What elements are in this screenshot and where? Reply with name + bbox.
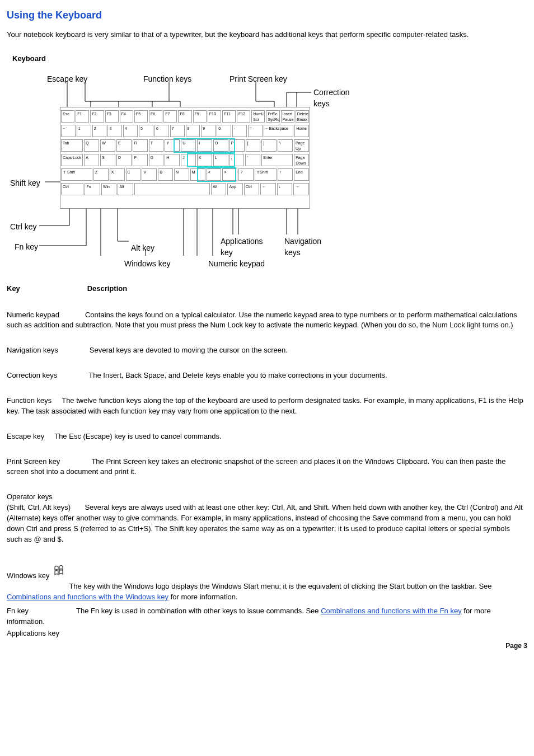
keycap: 0 (217, 125, 231, 137)
callout-numeric: Numeric keypad (208, 258, 265, 269)
keycap: - (232, 125, 247, 137)
desc-function: The twelve function keys along the top o… (7, 396, 523, 415)
keycap: ] (261, 139, 277, 152)
keycap: F7 (163, 110, 177, 123)
row-applications: Applications key (7, 628, 527, 639)
keycap: PrtSc SysRq (266, 110, 279, 123)
callout-shift: Shift key (10, 177, 40, 189)
keycap: Esc (61, 110, 74, 123)
keycap: F6 (149, 110, 162, 123)
keycap: T (149, 139, 164, 152)
term-operator-sub: (Shift, Ctrl, Alt keys) (7, 503, 71, 511)
term-printscreen: Print Screen key (7, 457, 60, 466)
row-function: Function keysThe twelve function keys al… (7, 396, 527, 417)
callout-alt: Alt key (131, 242, 154, 253)
keycap: 7 (170, 125, 185, 137)
keycap: ← (260, 183, 276, 195)
keycap: F5 (134, 110, 148, 123)
keycap: C (126, 168, 141, 181)
keycap: F9 (193, 110, 207, 123)
callout-correction: Correction keys (313, 87, 350, 110)
keycap: Fn (85, 183, 100, 195)
page-title: Using the Keyboard (7, 8, 527, 22)
keycap: 8 (186, 125, 200, 137)
keycap: X (110, 168, 125, 181)
term-escape: Escape key (7, 432, 44, 440)
keycap: 1 (77, 125, 91, 137)
keycap: F8 (178, 110, 191, 123)
callout-windows: Windows key (124, 258, 170, 269)
desc-escape: The Esc (Escape) key is used to cancel c… (54, 432, 221, 440)
keycap: F10 (208, 110, 221, 123)
keycap: 5 (139, 125, 153, 137)
keycap: F1 (76, 110, 89, 123)
term-fn: Fn key (7, 607, 29, 615)
keycap: W (100, 139, 115, 152)
link-fn-combos[interactable]: Combinations and functions with the Fn k… (321, 607, 461, 615)
row-operator: Operator keys (Shift, Ctrl, Alt keys) Se… (7, 492, 527, 544)
row-windows: Windows key The key with the Windows log… (7, 559, 527, 603)
keycap: H (165, 154, 180, 166)
keycap: E (116, 139, 132, 152)
term-navigation: Navigation keys (7, 346, 58, 354)
callout-fn: Fn key (15, 241, 38, 252)
callout-applications: Applications key (221, 236, 263, 259)
keycap: Delete Break (296, 110, 309, 123)
keycap: Page Down (294, 154, 309, 166)
callout-navigation: Navigation keys (284, 236, 321, 259)
link-windows-combos[interactable]: Combinations and functions with the Wind… (7, 593, 168, 601)
keyboard-figure: Escape key Function keys Print Screen ke… (7, 68, 365, 269)
keycap: ~ ` (61, 125, 76, 137)
keycap: Enter (261, 154, 293, 166)
callout-function: Function keys (143, 73, 191, 84)
keycap: \ (278, 139, 293, 152)
keycap: S (100, 154, 115, 166)
keycap: ↑ (278, 168, 293, 181)
term-windows: Windows key (7, 571, 50, 580)
term-numeric: Numeric keypad (7, 311, 59, 319)
keycap: R (133, 139, 148, 152)
keycap (134, 183, 210, 195)
keycap: F2 (90, 110, 104, 123)
term-operator: Operator keys (7, 492, 53, 501)
desc-fn-before: The Fn key is used in combination with o… (76, 607, 321, 615)
term-correction: Correction keys (7, 371, 57, 379)
windows-logo-icon (53, 562, 68, 581)
keycap: [ (246, 139, 261, 152)
keycap: Alt (211, 183, 227, 195)
keycap: = (248, 125, 263, 137)
keycap: Win (101, 183, 117, 195)
desc-printscreen: The Print Screen key takes an electronic… (7, 457, 505, 476)
keycap: 2 (92, 125, 107, 137)
keycap: Caps Lock (61, 154, 83, 166)
keycap: Alt (118, 183, 133, 195)
keycap: Insert Pause (281, 110, 294, 123)
callout-printscreen: Print Screen key (229, 73, 287, 84)
col-key: Key (7, 284, 85, 294)
keycap: F4 (120, 110, 133, 123)
keycap: A (84, 154, 99, 166)
keycap: F3 (105, 110, 119, 123)
keycap: End (294, 168, 309, 181)
col-desc: Description (87, 284, 128, 294)
keycap: Page Up (294, 139, 309, 152)
keycap: Tab (61, 139, 83, 152)
keycap: App (227, 183, 243, 195)
table-header: Key Description (7, 284, 527, 294)
keycap: 6 (154, 125, 169, 137)
page-number: Page 3 (7, 641, 527, 651)
keycap: Ctrl (61, 183, 83, 195)
keycap: Home (294, 125, 309, 137)
keycap: ' (245, 154, 260, 166)
row-numeric: Numeric keypadContains the keys found on… (7, 310, 527, 331)
keycap: V (142, 168, 157, 181)
keycap: ⇧Shift (255, 168, 277, 181)
keycap: Ctrl (244, 183, 260, 195)
keycap: NumLk Scr Lk (251, 110, 265, 123)
keycap: 3 (107, 125, 122, 137)
intro-paragraph: Your notebook keyboard is very similar t… (7, 30, 527, 40)
row-correction: Correction keysThe Insert, Back Space, a… (7, 370, 527, 381)
keycap: F11 (222, 110, 236, 123)
keycap: ←Backspace (264, 125, 294, 137)
callout-ctrl: Ctrl key (10, 221, 36, 232)
